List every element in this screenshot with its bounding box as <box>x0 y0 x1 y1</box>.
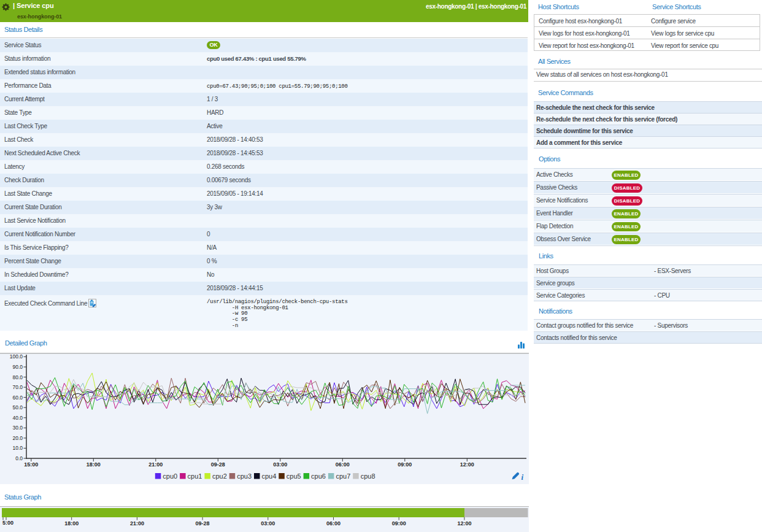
svg-text:03:00: 03:00 <box>273 461 287 468</box>
svg-text:cpu6: cpu6 <box>311 472 326 480</box>
svg-text:21:00: 21:00 <box>148 461 163 468</box>
svg-text:cpu2: cpu2 <box>212 472 227 480</box>
svg-text:cpu7: cpu7 <box>336 472 350 480</box>
svg-text:cpu4: cpu4 <box>262 472 277 480</box>
svg-text:18:00: 18:00 <box>87 461 101 468</box>
svg-text:90.0: 90.0 <box>12 364 23 370</box>
svg-text:100.0: 100.0 <box>10 353 23 360</box>
svg-text:09:00: 09:00 <box>392 520 406 526</box>
svg-text:cpu8: cpu8 <box>361 472 375 480</box>
svg-text:20.0: 20.0 <box>12 435 23 441</box>
svg-text:30.0: 30.0 <box>12 425 23 431</box>
svg-text:cpu3: cpu3 <box>237 472 252 480</box>
svg-text:09:00: 09:00 <box>398 461 412 468</box>
svg-text:06:00: 06:00 <box>326 520 341 526</box>
svg-text:5:00: 5:00 <box>2 520 13 526</box>
svg-text:15:00: 15:00 <box>24 461 38 468</box>
svg-text:18:00: 18:00 <box>64 520 79 526</box>
svg-text:06:00: 06:00 <box>336 461 350 468</box>
svg-text:0.0: 0.0 <box>15 455 23 461</box>
svg-text:12:00: 12:00 <box>460 461 474 468</box>
svg-text:03:00: 03:00 <box>261 520 275 526</box>
svg-text:21:00: 21:00 <box>130 520 144 526</box>
svg-text:09-28: 09-28 <box>211 461 225 468</box>
svg-text:cpu0: cpu0 <box>163 472 177 480</box>
svg-text:80.0: 80.0 <box>12 374 23 380</box>
svg-text:12:00: 12:00 <box>457 520 471 526</box>
svg-text:i: i <box>521 472 524 482</box>
svg-text:50.0: 50.0 <box>12 404 23 411</box>
svg-text:40.0: 40.0 <box>12 415 23 421</box>
svg-text:70.0: 70.0 <box>12 384 23 390</box>
svg-text:09-28: 09-28 <box>196 520 210 526</box>
svg-text:cpu1: cpu1 <box>188 472 202 480</box>
svg-text:60.0: 60.0 <box>12 395 23 401</box>
svg-text:cpu5: cpu5 <box>287 472 301 480</box>
svg-text:10.0: 10.0 <box>12 445 23 451</box>
